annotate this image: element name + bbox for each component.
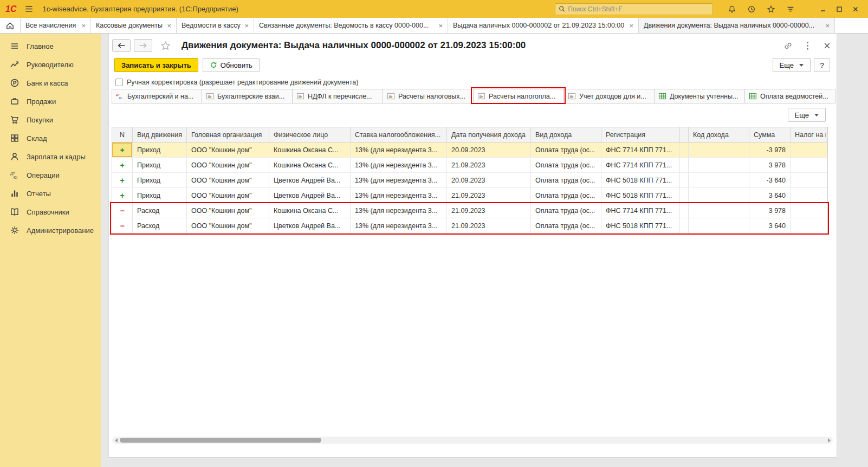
register-tab-mutual-settlements[interactable]: Бухгалтерские взаи... [202,89,293,103]
scroll-left-button[interactable] [112,437,120,444]
column-header[interactable]: Вид дохода [531,127,601,142]
cell-movement: Расход [133,203,187,218]
cell-sum: -3 978 [749,142,791,157]
help-button[interactable]: ? [814,58,830,72]
tab-close-icon[interactable]: × [81,22,86,29]
forward-button[interactable] [134,39,152,52]
sidebar-item-sales[interactable]: Продажи [0,92,101,111]
cell-spacer [680,203,689,218]
table-row[interactable]: − Расход ООО "Кошкин дом" Кошкина Оксана… [112,203,827,218]
register-tab-accounted-documents[interactable]: Документы учтенны... [655,89,745,103]
tab-close-icon[interactable]: × [438,22,443,29]
cell-tax [791,218,826,233]
cell-person: Цветков Андрей Ва... [269,218,351,233]
column-header[interactable]: Дата получения дохода [447,127,531,142]
column-header[interactable]: Физическое лицо [269,127,351,142]
svg-text:Кт: Кт [119,96,123,100]
cell-income-type: Оплата труда (ос... [531,218,601,233]
save-and-close-button[interactable]: Записать и закрыть [114,58,198,72]
cell-person: Кошкина Оксана С... [269,142,351,157]
register-tab-label: Бухгалтерские взаи... [217,93,284,100]
column-header[interactable]: N [112,127,133,142]
close-panel-button[interactable] [821,40,832,51]
search-input[interactable] [568,5,709,13]
cell-income-type: Оплата труда (ос... [531,173,601,187]
window-tab-cash-documents[interactable]: Кассовые документы × [91,18,177,33]
sidebar-item-bank-cash[interactable]: Банк и касса [0,74,101,92]
column-header[interactable] [680,127,689,142]
tab-close-icon[interactable]: × [244,22,249,29]
column-header[interactable]: Код дохода [689,127,749,142]
tab-close-icon[interactable]: × [825,22,830,29]
back-button[interactable] [112,39,131,52]
register-tab-income-accounting[interactable]: Учет доходов для и... [564,89,655,103]
register-tab-ndfl[interactable]: НДФЛ к перечисле... [293,89,383,103]
sidebar-item-reports[interactable]: Отчеты [0,184,101,203]
window-tab-cash-statements[interactable]: Ведомости в кассу × [177,18,254,33]
table-row[interactable]: − Расход ООО "Кошкин дом" Цветков Андрей… [112,218,827,234]
table-row[interactable]: + Приход ООО "Кошкин дом" Кошкина Оксана… [112,142,827,158]
favorites-button[interactable] [764,3,778,16]
sidebar-item-manager[interactable]: Руководителю [0,55,101,74]
table-row[interactable]: + Приход ООО "Кошкин дом" Цветков Андрей… [112,188,827,203]
star-icon [160,41,171,51]
minimize-button[interactable] [816,3,830,16]
service-menu-button[interactable] [783,3,798,16]
register-tab-accounting[interactable]: ДтКт Бухгалтерский и на... [112,89,202,103]
notifications-button[interactable] [725,3,739,16]
close-window-button[interactable] [848,3,863,16]
more-label: Еще [795,111,809,119]
column-header[interactable]: Регистрация [601,127,680,142]
home-tab-button[interactable] [0,18,21,33]
favorite-star-button[interactable] [160,40,171,51]
window-tab-related-documents[interactable]: Связанные документы: Ведомость в кассу 0… [254,18,448,33]
table-icon [658,92,666,100]
window-tab-document-movements-active[interactable]: Движения документа: Выдача наличных 0000… [639,18,835,33]
cart-icon [10,115,20,125]
more-button-top[interactable]: Еще [773,58,811,72]
window-tab-all-accruals[interactable]: Все начисления × [21,18,91,33]
hamburger-menu-button[interactable] [22,3,36,16]
maximize-button[interactable] [832,3,846,16]
column-header[interactable]: Ставка налогообложения... [351,127,447,142]
sidebar-item-administration[interactable]: Администрирование [0,221,101,239]
register-tab-statement-payments[interactable]: Оплата ведомостей... [745,89,835,103]
table-row[interactable]: + Приход ООО "Кошкин дом" Кошкина Оксана… [112,158,827,173]
tab-close-icon[interactable]: × [629,22,633,29]
sidebar-item-directories[interactable]: Справочники [0,203,101,221]
tab-close-icon[interactable]: × [167,22,171,29]
more-menu-button[interactable] [802,40,813,51]
column-header[interactable]: Сумма [749,127,791,142]
row-sign: − [112,203,133,218]
refresh-button[interactable]: Обновить [203,58,260,72]
sidebar-item-main[interactable]: Главное [0,37,101,55]
window-tab-cash-issue[interactable]: Выдача наличных 0000-000002 от 21.09.202… [448,18,639,33]
global-search[interactable] [555,3,713,15]
table-row[interactable]: + Приход ООО "Кошкин дом" Цветков Андрей… [112,173,827,188]
history-button[interactable] [744,3,759,16]
more-button-table[interactable]: Еще [788,108,826,122]
1c-logo: 1С [5,4,16,14]
manual-adjustment-checkbox[interactable] [115,79,123,86]
sidebar-item-purchases[interactable]: Покупки [0,111,101,129]
horizontal-scrollbar[interactable] [112,437,833,444]
cell-tax [791,173,826,187]
get-link-button[interactable] [782,40,793,51]
minimize-icon [820,6,826,12]
sidebar-item-salary-hr[interactable]: Зарплата и кадры [0,147,101,166]
register-tab-tax-agents[interactable]: Расчеты налоговых... [383,89,474,103]
register-tab-taxpayers-active[interactable]: Расчеты налогопла... [474,89,564,103]
cell-movement: Приход [133,158,187,172]
row-sign: − [112,218,133,233]
column-header[interactable]: Налог на пр [791,127,826,142]
scrollbar-thumb[interactable] [120,438,321,443]
panel-header-actions [782,40,832,51]
home-icon [5,21,15,30]
column-header[interactable]: Головная организация [187,127,269,142]
column-header[interactable]: Вид движения [133,127,187,142]
scroll-right-button[interactable] [825,437,833,444]
sidebar-item-warehouse[interactable]: Склад [0,129,101,147]
history-icon [747,5,756,14]
sidebar-item-operations[interactable]: ДтКт Операции [0,166,101,184]
sidebar-item-label: Администрирование [27,226,94,235]
